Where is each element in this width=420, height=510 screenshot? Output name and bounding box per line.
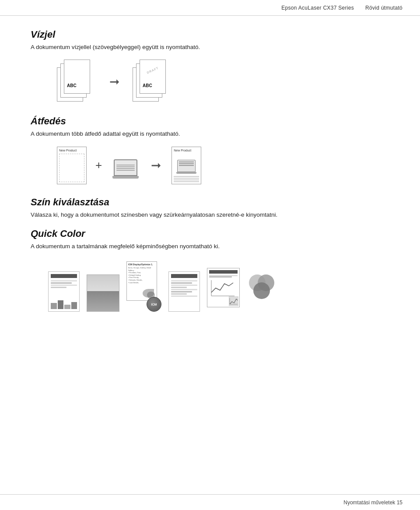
icon-doc-2 (87, 274, 119, 312)
laptop-screen-lines (115, 163, 136, 172)
page-front: ABC (64, 60, 90, 94)
header-product: Epson AcuLaser CX37 Series (281, 5, 354, 11)
arrow-icon-2: ➞ (151, 158, 161, 172)
icm-doc-container: ICM Display/Optimize 1. Items, Groups, G… (126, 261, 161, 312)
overlay-page-area (59, 154, 84, 182)
color-desc: Válasza ki, hogy a dokumentumot színesbe… (31, 211, 389, 219)
footer-right: Nyomtatási műveletek 15 (343, 499, 402, 506)
laptop-base (112, 176, 139, 179)
overlay-blank-page: New Product (57, 147, 87, 184)
footer: Nyomtatási műveletek 15 (0, 494, 420, 510)
watermark-desc: A dokumentum vízjellel (szövegbélyeggel)… (31, 43, 389, 52)
overlap-lines (174, 176, 199, 182)
circle-3 (253, 282, 270, 299)
icon-doc-1 (48, 271, 80, 312)
overlay-title: Átfedés (31, 116, 389, 127)
arrow-icon: ➞ (109, 74, 119, 89)
graph-svg (209, 279, 235, 298)
overlay-desc: A dokumentum több átfedő adattal együtt … (31, 130, 389, 138)
section-overlay: Átfedés A dokumentum több átfedő adattal… (31, 116, 389, 184)
result-new-product-label: New Product (174, 149, 199, 152)
svg-rect-2 (229, 296, 238, 306)
icon-doc-4 (168, 271, 200, 312)
photo-doc (87, 274, 119, 312)
graph-doc (207, 268, 240, 307)
icon-doc-6 (249, 274, 282, 312)
laptop-screen (114, 159, 137, 176)
text-doc-1 (48, 271, 80, 312)
section-quick-color: Quick Color A dokumentum a tartalmának m… (31, 228, 389, 312)
pages-stack-before: HI EF ABC (57, 60, 96, 103)
header-guide: Rövid útmutató (365, 5, 402, 11)
text-doc-4 (168, 271, 200, 312)
overlay-diagram: New Product + ➞ N (57, 147, 389, 184)
result-overlay-page: New Product (172, 147, 201, 184)
color-title: Szín kiválasztása (31, 197, 389, 208)
plus-icon: + (95, 158, 102, 172)
quick-color-title: Quick Color (31, 228, 389, 239)
quick-color-icons: ICM Display/Optimize 1. Items, Groups, G… (48, 261, 389, 312)
watermark-title: Vízjel (31, 29, 389, 40)
pages-stack-after: HI DRAFT EF DRAFT ABC DRAFT (133, 60, 172, 103)
watermark-diagram: HI EF ABC ➞ HI DRAFT EF DRAFT (57, 60, 389, 103)
icon-doc-3-container: ICM Display/Optimize 1. Items, Groups, G… (126, 261, 161, 312)
circles-container (249, 274, 282, 312)
icm-doc: ICM Display/Optimize 1. Items, Groups, G… (126, 261, 157, 301)
icm-badge: ICM (147, 297, 161, 312)
icon-doc-5-container (207, 268, 242, 312)
wm-page-front: ABC DRAFT (140, 60, 166, 94)
section-color: Szín kiválasztása Válasza ki, hogy a dok… (31, 197, 389, 219)
header: Epson AcuLaser CX37 Series Rövid útmutat… (0, 0, 420, 16)
quick-color-desc: A dokumentum a tartalmának megfelelő kép… (31, 242, 389, 251)
main-content: Vízjel A dokumentum vízjellel (szövegbél… (0, 16, 420, 325)
header-sep (357, 5, 362, 11)
section-watermark: Vízjel A dokumentum vízjellel (szövegbél… (31, 29, 389, 103)
laptop-icon (111, 152, 140, 179)
graph-doc-container (207, 268, 242, 312)
overlay-new-product-label: New Product (59, 149, 77, 152)
